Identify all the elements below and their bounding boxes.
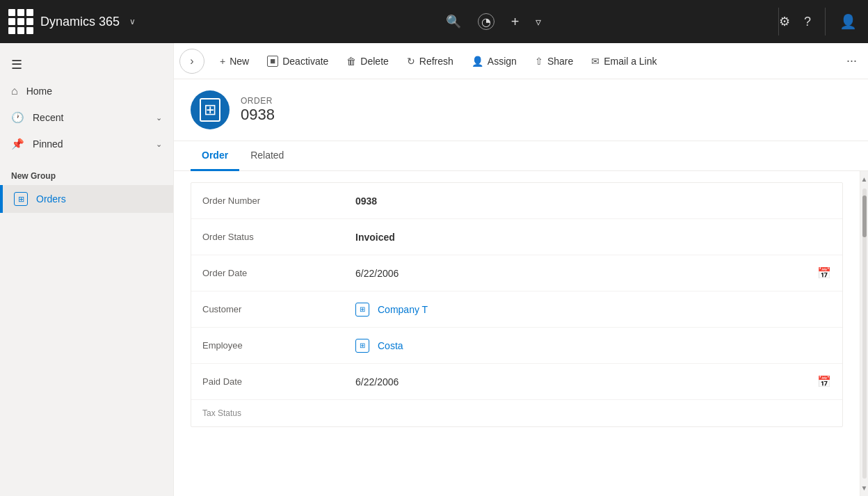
app-logo-area: Dynamics 365 ∨ — [0, 9, 209, 34]
command-bar: › + New ■ Deactivate 🗑 Delete ↻ Refresh … — [174, 43, 868, 79]
email-link-icon: ✉ — [591, 56, 600, 67]
sidebar-orders-label: Orders — [36, 193, 66, 205]
tab-order[interactable]: Order — [191, 141, 239, 171]
sidebar-item-recent[interactable]: 🕐 Recent ⌄ — [0, 104, 173, 131]
customer-entity-icon: ⊞ — [355, 303, 369, 317]
back-button[interactable]: › — [179, 49, 204, 74]
scroll-thumb[interactable] — [862, 195, 867, 237]
tab-order-label: Order — [202, 150, 228, 161]
scroll-up-arrow[interactable]: ▲ — [858, 173, 868, 186]
delete-button[interactable]: 🗑 Delete — [338, 51, 396, 71]
order-status-label: Order Status — [191, 223, 344, 250]
tax-status-value[interactable] — [344, 405, 842, 422]
app-title-chevron[interactable]: ∨ — [129, 17, 136, 26]
scroll-down-arrow[interactable]: ▼ — [858, 481, 868, 495]
assign-label: Assign — [488, 56, 517, 67]
search-icon[interactable]: 🔍 — [446, 14, 461, 29]
waffle-menu[interactable] — [8, 9, 33, 34]
employee-value[interactable]: ⊞ Costa — [344, 330, 842, 361]
record-header: ⊞ ORDER 0938 — [174, 79, 868, 141]
top-nav-right: ⚙ ? 👤 — [779, 8, 868, 35]
filter-icon[interactable]: ▿ — [536, 15, 541, 29]
sidebar-item-pinned[interactable]: 📌 Pinned ⌄ — [0, 131, 173, 157]
help-icon[interactable]: ? — [804, 15, 811, 29]
app-title[interactable]: Dynamics 365 — [40, 15, 120, 29]
right-scrollbar: ▲ ▼ — [860, 171, 868, 496]
recent-icon: 🕐 — [11, 111, 24, 124]
employee-label: Employee — [191, 332, 344, 359]
refresh-icon: ↻ — [407, 56, 415, 67]
refresh-label: Refresh — [419, 56, 453, 67]
deactivate-label: Deactivate — [282, 56, 328, 67]
form-row-employee: Employee ⊞ Costa — [191, 328, 842, 364]
top-navigation: Dynamics 365 ∨ 🔍 ◔ + ▿ ⚙ ? 👤 — [0, 0, 868, 43]
form-row-tax-status: Tax Status — [191, 400, 842, 426]
order-date-label: Order Date — [191, 259, 344, 287]
tax-status-label: Tax Status — [191, 400, 344, 426]
pinned-chevron-icon: ⌄ — [156, 140, 162, 149]
assign-icon: 👤 — [472, 56, 483, 67]
form-row-order-status: Order Status Invoiced — [191, 219, 842, 255]
recent-activity-icon[interactable]: ◔ — [478, 13, 495, 30]
assign-button[interactable]: 👤 Assign — [463, 51, 525, 71]
employee-name: Costa — [378, 340, 403, 351]
email-link-label: Email a Link — [604, 56, 657, 67]
paid-date-label: Paid Date — [191, 368, 344, 395]
sidebar-group-label: New Group — [0, 157, 173, 185]
new-label: New — [230, 56, 249, 67]
sidebar-recent-label: Recent — [33, 112, 63, 123]
paid-date-calendar-icon[interactable]: 📅 — [817, 375, 842, 388]
order-number-value: 0938 — [344, 187, 842, 215]
tabs-bar: Order Related — [174, 141, 868, 171]
employee-entity-icon: ⊞ — [355, 339, 369, 353]
main-layout: ☰ ⌂ Home 🕐 Recent ⌄ 📌 Pinned ⌄ New Group… — [0, 43, 868, 496]
paid-date-value[interactable]: 6/22/2006 — [344, 368, 817, 396]
nav-divider-2 — [825, 8, 826, 35]
customer-value[interactable]: ⊞ Company T — [344, 294, 842, 325]
form-row-order-number: Order Number 0938 — [191, 183, 842, 219]
form-row-customer: Customer ⊞ Company T — [191, 291, 842, 328]
record-name: 0938 — [241, 106, 275, 124]
sidebar-item-orders[interactable]: ⊞ Orders — [0, 185, 173, 213]
order-number-label: Order Number — [191, 187, 344, 214]
order-status-value: Invoiced — [344, 223, 842, 251]
form-section: Order Number 0938 Order Status Invoiced … — [191, 182, 843, 427]
orders-icon: ⊞ — [14, 192, 28, 206]
top-nav-center: 🔍 ◔ + ▿ — [209, 13, 778, 30]
sidebar-pinned-label: Pinned — [33, 138, 63, 150]
sidebar-home-label: Home — [26, 86, 52, 97]
settings-icon[interactable]: ⚙ — [779, 14, 790, 29]
email-link-button[interactable]: ✉ Email a Link — [583, 51, 665, 71]
sidebar-item-home[interactable]: ⌂ Home — [0, 78, 173, 104]
record-avatar-icon: ⊞ — [200, 98, 220, 122]
delete-icon: 🗑 — [346, 56, 356, 67]
sidebar: ☰ ⌂ Home 🕐 Recent ⌄ 📌 Pinned ⌄ New Group… — [0, 43, 174, 496]
share-button[interactable]: ⇧ Share — [527, 51, 581, 71]
form-row-paid-date: Paid Date 6/22/2006 📅 — [191, 364, 842, 400]
delete-label: Delete — [360, 56, 388, 67]
share-icon: ⇧ — [535, 56, 543, 67]
recent-chevron-icon: ⌄ — [156, 113, 162, 122]
new-button[interactable]: + New — [211, 51, 257, 71]
tab-related[interactable]: Related — [239, 141, 295, 171]
pinned-icon: 📌 — [11, 138, 24, 150]
user-profile-icon[interactable]: 👤 — [839, 13, 857, 30]
back-icon: › — [190, 55, 193, 67]
deactivate-button[interactable]: ■ Deactivate — [259, 51, 337, 71]
form-scroll-area: Order Number 0938 Order Status Invoiced … — [174, 171, 860, 496]
record-avatar: ⊞ — [191, 90, 230, 129]
more-commands-button[interactable]: ··· — [841, 54, 862, 68]
deactivate-icon: ■ — [267, 56, 278, 67]
new-item-icon[interactable]: + — [511, 14, 520, 30]
record-title-area: ORDER 0938 — [241, 96, 275, 124]
refresh-button[interactable]: ↻ Refresh — [399, 51, 462, 71]
scroll-track — [862, 189, 867, 479]
hamburger-menu[interactable]: ☰ — [11, 57, 22, 72]
sidebar-header: ☰ — [0, 43, 173, 78]
order-date-calendar-icon[interactable]: 📅 — [817, 266, 842, 280]
order-date-value[interactable]: 6/22/2006 — [344, 259, 817, 287]
share-label: Share — [547, 56, 573, 67]
record-type: ORDER — [241, 96, 275, 106]
home-icon: ⌂ — [11, 85, 18, 97]
new-icon: + — [220, 56, 225, 67]
